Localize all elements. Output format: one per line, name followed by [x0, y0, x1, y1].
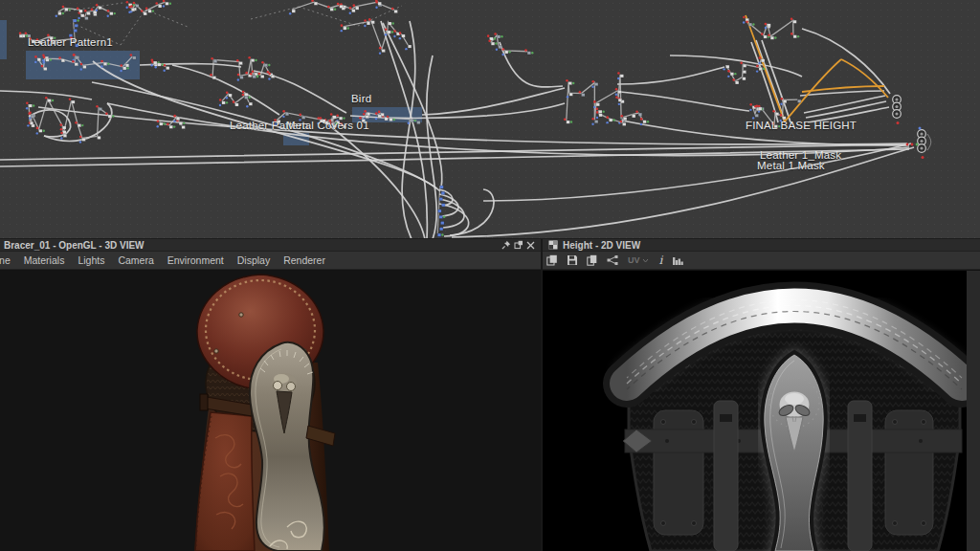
- uv-mode-dropdown[interactable]: UV: [628, 255, 649, 265]
- graph-node-cluster[interactable]: [210, 56, 275, 81]
- 2d-view-titlebar[interactable]: Height - 2D VIEW: [543, 239, 980, 252]
- 3d-view-menubar: Scene Materials Lights Camera Environmen…: [0, 252, 541, 270]
- frame-highlight[interactable]: [0, 20, 7, 59]
- graph-node-cluster[interactable]: [26, 97, 114, 143]
- graph-node-cluster[interactable]: [437, 186, 445, 236]
- image-icon: [546, 238, 560, 252]
- output-node[interactable]: [906, 127, 931, 160]
- graph-node-cluster[interactable]: [341, 18, 412, 55]
- graph-frame-label[interactable]: Metal Covers 01: [286, 120, 369, 131]
- app-window: Leather Pattern1 Bird Leather Pattern Me…: [0, 0, 980, 551]
- copy-icon[interactable]: [586, 253, 599, 267]
- menu-item-materials[interactable]: Materials: [17, 254, 72, 266]
- panel-2d-view: Height - 2D VIEW UV i: [543, 239, 980, 551]
- save-icon[interactable]: [566, 253, 579, 267]
- uv-label: UV: [628, 255, 640, 265]
- menu-item-camera[interactable]: Camera: [111, 254, 160, 266]
- menu-item-renderer[interactable]: Renderer: [277, 254, 332, 266]
- 3d-viewport[interactable]: [0, 271, 541, 551]
- float-window-icon[interactable]: [512, 240, 524, 251]
- 2d-view-title: Height - 2D VIEW: [563, 240, 640, 251]
- graph-frame-label[interactable]: Leather Pattern1: [28, 36, 113, 48]
- close-icon[interactable]: [524, 240, 537, 251]
- graph-frame-label[interactable]: Metal 1 Mask: [757, 160, 825, 171]
- graph-node-cluster[interactable]: [487, 33, 534, 55]
- graph-frame-label[interactable]: Bird: [351, 93, 371, 104]
- 2d-viewport[interactable]: [543, 271, 980, 551]
- link-to-graph-icon[interactable]: [606, 253, 619, 267]
- output-node[interactable]: [893, 96, 902, 124]
- graph-node-cluster[interactable]: [596, 108, 650, 126]
- info-icon[interactable]: i: [659, 253, 663, 267]
- pin-icon[interactable]: [500, 240, 512, 251]
- graph-node-cluster[interactable]: [743, 16, 799, 40]
- menu-item-environment[interactable]: Environment: [161, 254, 231, 266]
- menu-item-lights[interactable]: Lights: [71, 254, 111, 266]
- graph-node-cluster[interactable]: [564, 72, 625, 125]
- graph-node-cluster[interactable]: [125, 0, 171, 15]
- graph-node-cluster[interactable]: [219, 91, 253, 108]
- 3d-view-titlebar[interactable]: Bracer_01 - OpenGL - 3D VIEW: [0, 239, 541, 252]
- 2d-view-toolbar: UV i: [543, 252, 980, 270]
- new-image-icon[interactable]: [546, 253, 559, 267]
- 3d-view-title: Bracer_01 - OpenGL - 3D VIEW: [4, 240, 145, 251]
- graph-node-cluster[interactable]: [289, 0, 397, 14]
- node-graph-panel[interactable]: Leather Pattern1 Bird Leather Pattern Me…: [0, 0, 980, 240]
- menu-item-display[interactable]: Display: [231, 254, 277, 266]
- chevron-down-icon: [642, 258, 649, 263]
- panel-3d-view: Bracer_01 - OpenGL - 3D VIEW Scene Mater…: [0, 239, 541, 551]
- graph-frame-label[interactable]: FINAL BASE HEIGHT: [746, 120, 857, 131]
- menu-item-scene[interactable]: Scene: [0, 254, 17, 266]
- histogram-icon[interactable]: [671, 253, 684, 267]
